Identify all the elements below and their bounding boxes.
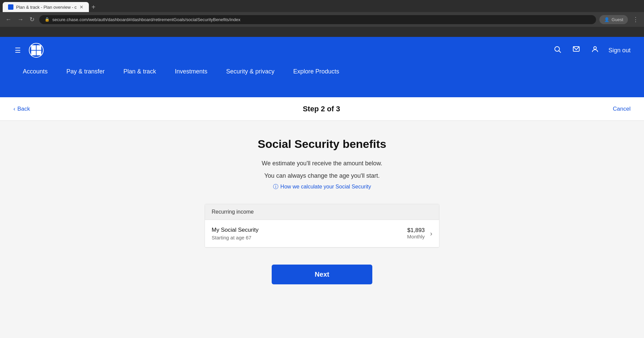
nav-item-pay-transfer[interactable]: Pay & transfer	[57, 64, 114, 80]
url-text: secure.chase.com/web/auth/dashboard#/das…	[52, 17, 240, 22]
row-title: My Social Security	[212, 227, 407, 233]
step-bar: ‹ Back Step 2 of 3 Cancel	[0, 97, 644, 121]
browser-chrome: Plan & track - Plan overview - c ✕ + ← →…	[0, 0, 644, 37]
lock-icon: 🔒	[45, 17, 50, 22]
search-btn[interactable]	[552, 44, 563, 57]
profile-button[interactable]: 👤 Guest	[599, 15, 628, 24]
nav-item-explore-products[interactable]: Explore Products	[284, 64, 348, 80]
profile-label: Guest	[611, 17, 623, 22]
header-top: ☰	[13, 37, 631, 64]
header-actions: Sign out	[552, 44, 631, 57]
step-indicator: Step 2 of 3	[303, 105, 340, 113]
more-options-btn[interactable]: ⋮	[631, 14, 640, 24]
tab-favicon	[8, 4, 13, 10]
main-content: Social Security benefits We estimate you…	[0, 121, 644, 338]
content-center: Social Security benefits We estimate you…	[205, 137, 439, 284]
browser-tab[interactable]: Plan & track - Plan overview - c ✕	[3, 2, 89, 12]
info-link-label: How we calculate your Social Security	[280, 184, 371, 190]
nav-item-investments[interactable]: Investments	[165, 64, 217, 80]
nav-item-plan-track[interactable]: Plan & track	[114, 64, 165, 80]
info-circle-icon: ⓘ	[273, 183, 278, 190]
table-row[interactable]: My Social Security Starting at age 67 $1…	[205, 220, 439, 247]
row-subtitle: Starting at age 67	[212, 235, 407, 240]
address-bar[interactable]: 🔒 secure.chase.com/web/auth/dashboard#/d…	[39, 15, 596, 24]
table-header: Recurring income	[205, 204, 439, 220]
back-button[interactable]: ‹ Back	[13, 106, 30, 112]
row-chevron-right-icon: ›	[430, 230, 432, 237]
back-arrow-btn[interactable]: ←	[4, 15, 13, 24]
next-button[interactable]: Next	[272, 265, 372, 284]
profile-icon: 👤	[604, 17, 609, 22]
tab-label: Plan & track - Plan overview - c	[16, 5, 77, 10]
browser-tab-bar: Plan & track - Plan overview - c ✕ +	[0, 0, 644, 12]
chase-app: ☰	[0, 37, 644, 338]
app-header: ☰	[0, 37, 644, 97]
svg-point-4	[555, 47, 559, 51]
back-chevron-icon: ‹	[13, 106, 15, 112]
new-tab-button[interactable]: +	[89, 2, 98, 12]
svg-point-7	[594, 47, 596, 49]
address-bar-row: ← → ↻ 🔒 secure.chase.com/web/auth/dashbo…	[0, 12, 644, 27]
nav-item-security-privacy[interactable]: Security & privacy	[217, 64, 284, 80]
profile-avatar-btn[interactable]	[590, 44, 600, 57]
forward-arrow-btn[interactable]: →	[16, 15, 25, 24]
svg-rect-3	[37, 51, 41, 55]
page-subtitle-line2: You can always change the age you'll sta…	[264, 171, 380, 181]
page-subtitle-line1: We estimate you'll receive the amount be…	[262, 159, 382, 168]
reload-btn[interactable]: ↻	[28, 14, 36, 24]
info-link[interactable]: ⓘ How we calculate your Social Security	[273, 183, 371, 190]
svg-rect-0	[31, 45, 36, 50]
back-button-label: Back	[17, 106, 30, 112]
row-amount: $1,893 Monthly	[407, 227, 425, 240]
nav-item-accounts[interactable]: Accounts	[13, 64, 57, 80]
sign-out-button[interactable]: Sign out	[608, 47, 631, 54]
tab-close-btn[interactable]: ✕	[79, 4, 84, 10]
amount-period: Monthly	[407, 234, 425, 239]
row-info: My Social Security Starting at age 67	[212, 227, 407, 240]
svg-rect-1	[37, 45, 41, 50]
hamburger-menu-btn[interactable]: ☰	[13, 45, 22, 56]
page-title: Social Security benefits	[258, 137, 386, 151]
cancel-button[interactable]: Cancel	[613, 106, 631, 112]
chase-logo[interactable]	[29, 43, 44, 58]
svg-line-5	[559, 51, 561, 53]
main-nav: Accounts Pay & transfer Plan & track Inv…	[13, 64, 631, 80]
income-table: Recurring income My Social Security Star…	[205, 204, 439, 248]
svg-rect-2	[31, 51, 36, 55]
amount-value: $1,893	[407, 227, 425, 234]
notifications-btn[interactable]	[571, 44, 582, 57]
